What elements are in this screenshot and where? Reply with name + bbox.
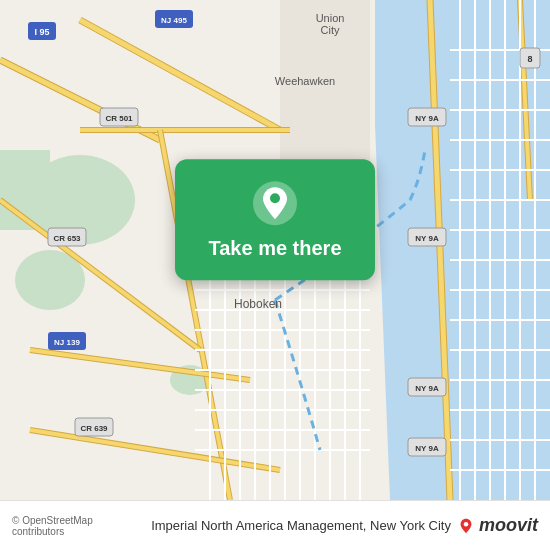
svg-text:Union: Union [316,12,345,24]
svg-point-96 [464,521,469,526]
svg-text:I 95: I 95 [34,27,49,37]
svg-text:8: 8 [527,54,532,64]
map-container[interactable]: I 95 NJ 495 CR 501 CR 653 NJ 139 CR 639 … [0,0,550,500]
bottom-bar: © OpenStreetMap contributors Imperial No… [0,500,550,550]
svg-text:CR 653: CR 653 [53,234,81,243]
popup-card: Take me there [175,159,375,280]
svg-point-95 [270,193,280,203]
svg-text:NY 9A: NY 9A [415,444,439,453]
svg-text:NJ 495: NJ 495 [161,16,187,25]
svg-text:Hoboken: Hoboken [234,297,282,311]
location-pin-icon [251,179,299,227]
location-name: Imperial North America Management, New Y… [151,518,451,533]
svg-text:NJ 139: NJ 139 [54,338,80,347]
svg-text:Weehawken: Weehawken [275,75,335,87]
moovit-text: moovit [479,515,538,536]
svg-text:NY 9A: NY 9A [415,234,439,243]
copyright-text: © OpenStreetMap contributors [12,515,145,537]
svg-text:NY 9A: NY 9A [415,384,439,393]
svg-text:CR 501: CR 501 [105,114,133,123]
take-me-there-button[interactable]: Take me there [208,237,341,260]
svg-text:NY 9A: NY 9A [415,114,439,123]
moovit-logo: moovit [457,515,538,536]
svg-text:CR 639: CR 639 [80,424,108,433]
svg-text:City: City [321,24,340,36]
